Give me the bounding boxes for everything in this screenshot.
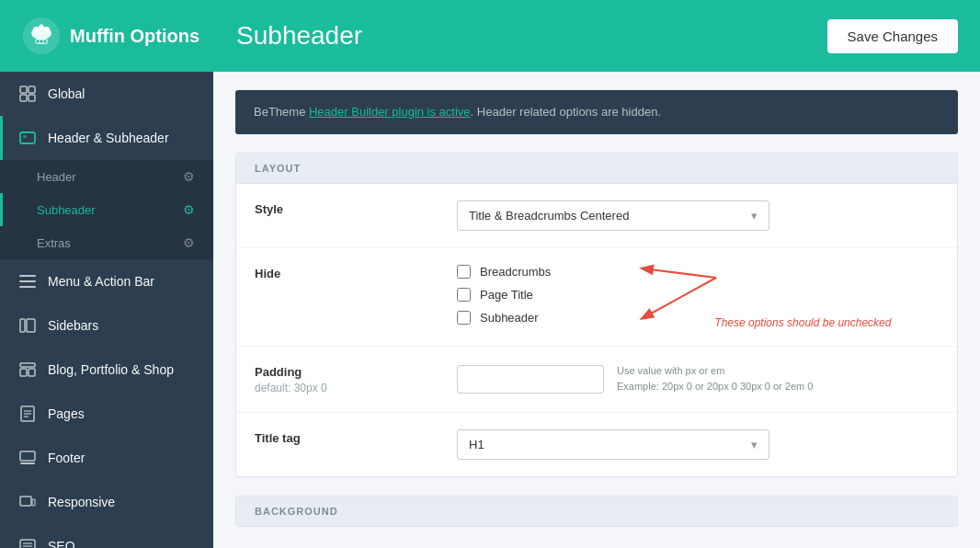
svg-rect-30	[32, 499, 35, 506]
annotation-arrows-svg	[597, 261, 799, 344]
svg-point-2	[33, 27, 39, 32]
responsive-icon	[18, 493, 37, 511]
svg-rect-13	[20, 132, 35, 143]
title-tag-label: Title tag	[255, 429, 439, 445]
sidebar-item-subheader[interactable]: Subheader ⚙	[0, 193, 213, 226]
grid-icon	[18, 85, 37, 103]
svg-rect-19	[27, 319, 35, 332]
svg-rect-18	[20, 319, 25, 332]
top-header: Muffin Options Subheader Save Changes	[0, 0, 980, 72]
sidebar-responsive-label: Responsive	[48, 495, 115, 509]
annotation-area: These options should be unchecked	[597, 261, 891, 329]
sidebar-item-header[interactable]: Header ⚙	[0, 160, 213, 193]
sidebar-sub-menu: Header ⚙ Subheader ⚙ Extras ⚙	[0, 160, 213, 259]
style-control: Title & Breadcrumbs Centered ▾	[457, 200, 939, 231]
hide-row: Hide Breadcrumbs Page Title	[236, 248, 957, 347]
svg-rect-9	[20, 86, 27, 93]
sidebar-subheader-label: Subheader	[37, 203, 96, 217]
hide-subheader-checkbox[interactable]	[457, 311, 471, 325]
sidebar-item-pages[interactable]: Pages	[0, 392, 213, 436]
title-tag-row: Title tag H1 ▾	[236, 413, 957, 476]
hide-page-title-label: Page Title	[480, 288, 533, 302]
save-changes-button[interactable]: Save Changes	[827, 19, 958, 53]
gear-icon-header: ⚙	[183, 169, 195, 184]
sidebar-item-footer[interactable]: Footer	[0, 436, 213, 480]
pages-icon	[18, 405, 37, 423]
sidebar-item-seo[interactable]: SEO	[0, 524, 213, 548]
title-tag-select[interactable]: H1 ▾	[457, 429, 769, 460]
hide-breadcrumbs-checkbox[interactable]	[457, 265, 471, 279]
header-center: Subheader	[199, 21, 827, 51]
style-label: Style	[255, 200, 439, 216]
sidebars-icon	[18, 316, 37, 335]
svg-rect-11	[20, 95, 27, 101]
hide-subheader-item[interactable]: Subheader	[457, 311, 551, 325]
svg-point-6	[37, 40, 40, 43]
annotation-text: These options should be unchecked	[714, 316, 891, 329]
logo-area: Muffin Options	[22, 17, 199, 55]
footer-icon	[18, 449, 37, 467]
svg-rect-12	[28, 95, 35, 101]
sidebar-extras-label: Extras	[37, 236, 71, 250]
content-area: BeTheme Header Builder plugin is active.…	[213, 72, 980, 548]
sidebar-item-menu-action-bar[interactable]: Menu & Action Bar	[0, 259, 213, 303]
svg-line-35	[643, 268, 716, 278]
sidebar-sidebars-label: Sidebars	[48, 318, 98, 333]
gear-icon-extras: ⚙	[183, 235, 195, 250]
hide-breadcrumbs-item[interactable]: Breadcrumbs	[457, 265, 551, 279]
sidebar: Global Header & Subheader Header ⚙ Subhe…	[0, 72, 213, 548]
hide-page-title-item[interactable]: Page Title	[457, 288, 551, 302]
padding-default: default: 30px 0	[255, 382, 439, 394]
style-select-value: Title & Breadcrumbs Centered	[469, 209, 629, 223]
hide-page-title-checkbox[interactable]	[457, 288, 471, 302]
sidebar-header-subheader-label: Header & Subheader	[48, 131, 169, 145]
svg-point-4	[40, 25, 44, 29]
style-select[interactable]: Title & Breadcrumbs Centered ▾	[457, 200, 769, 231]
padding-hint: Use value with px or em Example: 20px 0 …	[617, 363, 813, 395]
hide-control: Breadcrumbs Page Title Subheader	[457, 265, 939, 329]
sidebar-item-header-subheader[interactable]: Header & Subheader	[0, 116, 213, 160]
padding-row: Padding default: 30px 0 Use value with p…	[236, 347, 957, 413]
logo-title: Muffin Options	[70, 26, 199, 47]
sidebar-footer-label: Footer	[48, 451, 85, 465]
seo-icon	[18, 537, 37, 548]
svg-point-3	[44, 27, 50, 32]
layout-section-header: LAYOUT	[236, 154, 957, 184]
sidebar-item-global[interactable]: Global	[0, 72, 213, 116]
notice-link[interactable]: Header Builder plugin is active	[309, 105, 471, 119]
sidebar-item-responsive[interactable]: Responsive	[0, 480, 213, 524]
menu-icon	[18, 272, 37, 291]
chevron-down-icon: ▾	[751, 209, 758, 223]
svg-rect-16	[19, 280, 36, 282]
sidebar-blog-label: Blog, Portfolio & Shop	[48, 362, 174, 377]
title-tag-value: H1	[469, 438, 484, 451]
logo-icon	[22, 17, 61, 55]
page-heading: Subheader	[236, 21, 362, 51]
svg-rect-29	[20, 497, 31, 506]
svg-point-7	[40, 40, 43, 43]
sidebar-pages-label: Pages	[48, 406, 85, 421]
blog-icon	[18, 360, 37, 379]
svg-rect-10	[28, 86, 35, 93]
title-tag-control: H1 ▾	[457, 429, 939, 460]
hide-label: Hide	[255, 265, 439, 280]
square-icon	[18, 129, 37, 147]
svg-rect-22	[28, 369, 35, 376]
layout-section: LAYOUT Style Title & Breadcrumbs Centere…	[235, 153, 958, 477]
background-section-header: BACKGROUND	[236, 497, 957, 526]
sidebar-header-label: Header	[37, 170, 76, 184]
svg-rect-20	[20, 363, 35, 367]
notice-text-before: BeTheme	[254, 105, 309, 119]
padding-input[interactable]	[457, 365, 604, 394]
chevron-down-icon-2: ▾	[751, 438, 758, 451]
svg-rect-27	[20, 451, 35, 461]
notice-text-after: . Header related options are hidden.	[471, 105, 661, 119]
svg-line-36	[643, 278, 716, 318]
padding-control: Use value with px or em Example: 20px 0 …	[457, 363, 939, 395]
svg-rect-28	[20, 462, 35, 464]
sidebar-item-extras[interactable]: Extras ⚙	[0, 226, 213, 259]
sidebar-item-blog[interactable]: Blog, Portfolio & Shop	[0, 348, 213, 392]
style-row: Style Title & Breadcrumbs Centered ▾	[236, 184, 957, 248]
svg-rect-14	[23, 135, 27, 138]
sidebar-item-sidebars[interactable]: Sidebars	[0, 303, 213, 348]
